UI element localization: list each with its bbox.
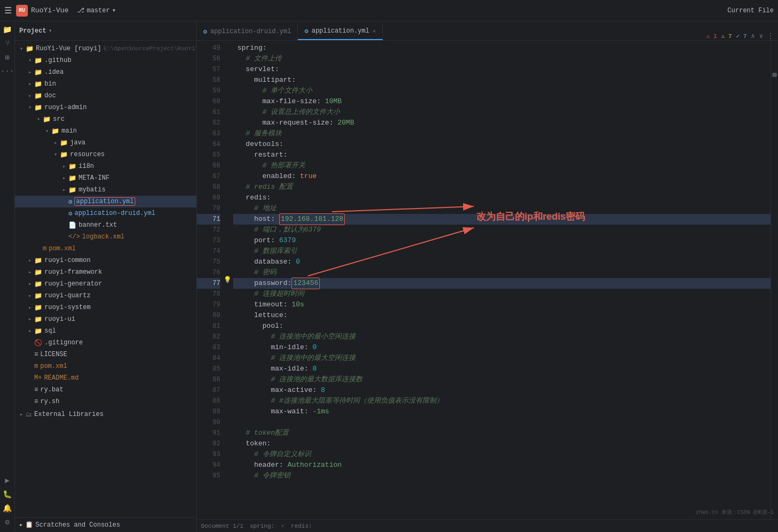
tree-item-common[interactable]: ▸ 📁 ruoyi-common — [15, 255, 196, 266]
top-bar: ☰ RU RuoYi-Vue ⎇ master ▾ Current File — [0, 0, 778, 21]
tree-item-i18n[interactable]: ▸ 📁 i18n — [15, 160, 196, 172]
folder-system-icon: 📁 — [34, 304, 42, 312]
extlib-icon: 🗂 — [26, 411, 32, 419]
tab-appyml[interactable]: ⚙ application.yml ✕ — [298, 23, 382, 40]
tree-item-system[interactable]: ▸ 📁 ruoyi-system — [15, 302, 196, 313]
arrow-java: ▸ — [51, 140, 60, 146]
code-text: # 服务模块 — [237, 128, 282, 139]
editor-content: 49 56 57 58 59 60 61 62 63 64 65 66 67 6… — [197, 41, 778, 519]
arrow-readme: ▸ — [26, 375, 34, 381]
tree-item-appyml[interactable]: ▸ ⚙ application.yml — [15, 196, 196, 207]
tree-root[interactable]: ▾ 📁 RuoYi-Vue [ruoyi] E:\OpenSourceProje… — [15, 43, 196, 55]
label-common: ruoyi-common — [44, 257, 90, 264]
folder-quartz-icon: 📁 — [34, 292, 42, 300]
code-line-59: # 单个文件大小 — [233, 86, 771, 96]
tree-item-framework[interactable]: ▸ 📁 ruoyi-framework — [15, 266, 196, 278]
code-text: database: — [237, 257, 296, 267]
arrow-src: ▾ — [34, 116, 43, 122]
code-line-69: redis: — [233, 192, 771, 203]
code-text: # 单个文件大小 — [237, 86, 312, 96]
tree-item-license[interactable]: ▸ ≡ LICENSE — [15, 349, 196, 360]
code-line-57: servlet: — [233, 64, 771, 75]
tree-item-src[interactable]: ▾ 📁 src — [15, 113, 196, 125]
code-text: enabled: — [237, 171, 300, 182]
tree-item-banner[interactable]: ▸ 📄 banner.txt — [15, 219, 196, 231]
tree-item-rysh[interactable]: ▸ ≡ ry.sh — [15, 396, 196, 407]
folder-metainf-icon: 📁 — [68, 174, 76, 182]
tree-item-bin[interactable]: ▸ 📁 bin — [15, 78, 196, 90]
scratches-icon: ▸ — [19, 521, 23, 529]
tree-item-generator[interactable]: ▸ 📁 ruoyi-generator — [15, 278, 196, 290]
sh-icon: ≡ — [34, 398, 38, 405]
tree-item-gitignore[interactable]: ▸ 🚫 .gitignore — [15, 337, 196, 349]
branch-selector[interactable]: ⎇ master ▾ — [77, 6, 115, 14]
file-panel-title: Project — [19, 27, 46, 35]
tree-item-idea[interactable]: ▸ 📁 .idea — [15, 66, 196, 78]
label-pom1: pom.xml — [49, 245, 75, 252]
sidebar-icon-notification[interactable]: 🔔 — [2, 502, 13, 514]
status-doc: Document 1/1 — [201, 523, 243, 529]
sidebar-icon-git[interactable]: ⑂ — [2, 37, 13, 49]
code-line-61: # 设置总上传的文件大小 — [233, 107, 771, 118]
error-badge: ⚠ 1 — [706, 33, 717, 40]
arrow-pom2: ▸ — [26, 363, 34, 369]
tree-item-github[interactable]: ▾ 📁 .github — [15, 55, 196, 66]
scrollbar-thumb[interactable] — [772, 73, 777, 77]
tree-item-admin[interactable]: ▾ 📁 ruoyi-admin — [15, 102, 196, 113]
right-scrollbar[interactable] — [771, 41, 778, 519]
code-text: # 数据库索引 — [237, 246, 297, 257]
hamburger-icon[interactable]: ☰ — [4, 5, 12, 16]
code-editor[interactable]: spring: # 文件上传 servlet: multipart: # 单 — [233, 41, 771, 519]
code-val: 0 — [312, 342, 317, 353]
tree-item-sql[interactable]: ▸ 📁 sql — [15, 325, 196, 337]
tree-item-metainf[interactable]: ▸ 📁 META-INF — [15, 172, 196, 184]
tree-item-main[interactable]: ▾ 📁 main — [15, 125, 196, 137]
sidebar-icon-run[interactable]: ▶ — [2, 474, 13, 486]
root-path: E:\OpenSourceProject\RuoYi\Ruo — [103, 45, 196, 52]
tree-item-logback[interactable]: ▸ </> logback.xml — [15, 231, 196, 243]
code-text: host: — [237, 214, 279, 225]
tree-item-quartz[interactable]: ▸ 📁 ruoyi-quartz — [15, 290, 196, 302]
sidebar-icon-settings[interactable]: ⚙ — [2, 516, 13, 528]
folder-java-icon: 📁 — [60, 139, 68, 147]
expand-icon[interactable]: ∧ — [751, 32, 755, 40]
label-gitignore: .gitignore — [44, 339, 83, 346]
tree-item-doc[interactable]: ▸ 📁 doc — [15, 90, 196, 102]
folder-i18n-icon: 📁 — [68, 163, 76, 171]
tree-item-java[interactable]: ▸ 📁 java — [15, 137, 196, 149]
label-rybat: ry.bat — [40, 386, 63, 394]
code-text: spring: — [237, 43, 267, 53]
tree-item-appdruidyml[interactable]: ▸ ⚙ application-druid.yml — [15, 207, 196, 219]
tree-item-rybat[interactable]: ▸ ≡ ry.bat — [15, 384, 196, 396]
more-options-icon[interactable]: ⋮ — [767, 32, 774, 40]
label-doc: doc — [44, 92, 56, 99]
scratches-consoles[interactable]: ▸ 📋 Scratches and Consoles — [15, 517, 196, 532]
editor-gutter: 💡 — [222, 41, 233, 519]
sidebar-icon-debug[interactable]: 🐛 — [2, 488, 13, 500]
arrow-ui: ▸ — [26, 316, 34, 322]
tab-close-icon[interactable]: ✕ — [373, 28, 376, 34]
tab-appdruidyml[interactable]: ⚙ application-druid.yml — [197, 23, 298, 40]
tree-item-mybatis[interactable]: ▸ 📁 mybatis — [15, 184, 196, 196]
code-line-68: # redis 配置 — [233, 182, 771, 192]
tree-item-extlib[interactable]: ▸ 🗂 External Libraries — [15, 408, 196, 420]
tree-item-pom1[interactable]: ▸ m pom.xml — [15, 243, 196, 255]
code-text: servlet: — [237, 64, 279, 75]
tree-item-resources[interactable]: ▾ 📁 resources — [15, 149, 196, 160]
tree-item-readme[interactable]: ▸ M+ README.md — [15, 372, 196, 384]
sidebar-icon-project[interactable]: 📁 — [2, 24, 13, 35]
bulb-icon[interactable]: 💡 — [224, 276, 232, 284]
label-readme: README.md — [44, 374, 79, 382]
sidebar-icon-more[interactable]: ··· — [2, 65, 13, 77]
code-host-val: 192.168.181.128 — [279, 213, 345, 225]
arrow-doc: ▸ — [26, 92, 34, 99]
tree-item-pom2[interactable]: ▸ m pom.xml — [15, 360, 196, 372]
code-text: devtools: — [237, 139, 283, 150]
collapse-icon[interactable]: ∨ — [759, 32, 763, 40]
code-text: # redis 配置 — [237, 182, 293, 192]
folder-sql-icon: 📁 — [34, 327, 42, 335]
project-name[interactable]: RuoYi-Vue — [31, 6, 68, 14]
code-text: # 设置总上传的文件大小 — [237, 107, 340, 118]
sidebar-icon-structure[interactable]: ⊞ — [2, 51, 13, 63]
tree-item-ui[interactable]: ▸ 📁 ruoyi-ui — [15, 313, 196, 325]
